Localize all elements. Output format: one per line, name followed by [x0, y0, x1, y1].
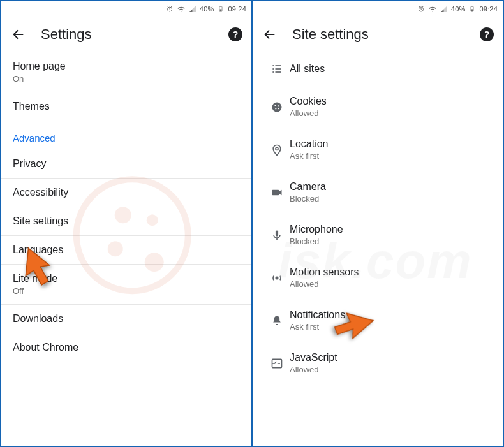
row-label: Camera [290, 181, 326, 193]
row-cookies[interactable]: CookiesAllowed [253, 85, 503, 128]
row-home-page[interactable]: Home page On [1, 52, 251, 92]
status-bar: 40% 09:24 [1, 1, 251, 17]
alarm-icon [417, 4, 426, 13]
svg-rect-11 [276, 68, 281, 70]
svg-rect-8 [272, 65, 274, 66]
row-label: Location [290, 138, 329, 150]
bell-icon [264, 314, 290, 327]
row-accessibility[interactable]: Accessibility [1, 179, 251, 207]
row-label: Site settings [13, 216, 240, 227]
cookie-icon [264, 101, 290, 114]
svg-point-19 [276, 147, 278, 150]
row-label: Privacy [13, 158, 240, 170]
row-downloads[interactable]: Downloads [1, 305, 251, 333]
back-button[interactable] [262, 26, 278, 43]
row-camera[interactable]: CameraBlocked [253, 171, 503, 214]
row-label: Microphone [290, 224, 343, 235]
svg-point-22 [276, 277, 278, 279]
row-about-chrome[interactable]: About Chrome [1, 333, 251, 362]
section-label: Advanced [13, 133, 240, 143]
row-sub: Allowed [290, 365, 337, 374]
app-bar: Settings ? [1, 17, 251, 52]
section-advanced: Advanced [1, 121, 251, 150]
app-bar: Site settings ? [253, 17, 503, 52]
svg-rect-2 [221, 6, 222, 6]
javascript-icon [264, 357, 290, 370]
svg-point-18 [278, 108, 279, 109]
svg-rect-10 [272, 68, 274, 70]
row-all-sites[interactable]: All sites [253, 52, 503, 85]
svg-point-17 [275, 108, 276, 109]
battery-icon [468, 4, 477, 13]
row-label: Languages [13, 244, 240, 256]
svg-point-15 [274, 105, 276, 106]
status-bar: 40% 09:24 [253, 1, 503, 17]
row-label: All sites [290, 63, 325, 75]
row-label: About Chrome [13, 342, 240, 353]
battery-icon [216, 4, 225, 13]
svg-rect-9 [276, 65, 281, 66]
battery-percent: 40% [451, 5, 466, 13]
row-sub: Ask first [290, 151, 329, 161]
back-button[interactable] [10, 26, 27, 43]
site-settings-screen: isk.com 40% 09:24 Site settings ? All si… [253, 1, 503, 446]
settings-screen: 40% 09:24 Settings ? Home page On Themes… [1, 1, 253, 446]
page-title: Settings [41, 26, 228, 43]
row-label: Downloads [13, 313, 240, 325]
row-label: Themes [13, 101, 240, 112]
mic-icon [264, 229, 290, 242]
row-motion-sensors[interactable]: Motion sensorsAllowed [253, 256, 503, 299]
location-icon [264, 143, 290, 156]
row-sub: Off [13, 286, 240, 296]
svg-rect-7 [471, 9, 473, 11]
row-languages[interactable]: Languages [1, 236, 251, 265]
svg-rect-6 [472, 6, 473, 6]
row-sub: Blocked [290, 194, 326, 203]
svg-rect-12 [272, 71, 274, 73]
svg-rect-13 [276, 71, 281, 73]
wifi-icon [428, 4, 437, 13]
help-button[interactable]: ? [480, 27, 494, 41]
page-title: Site settings [292, 26, 480, 43]
row-label: Home page [13, 61, 240, 72]
signal-icon [188, 4, 197, 13]
row-sub: On [13, 74, 240, 84]
row-label: Cookies [290, 96, 327, 107]
list-icon [264, 62, 290, 75]
row-label: JavaScript [290, 352, 337, 363]
row-javascript[interactable]: JavaScriptAllowed [253, 342, 503, 385]
svg-rect-20 [272, 189, 279, 194]
row-privacy[interactable]: Privacy [1, 150, 251, 179]
row-sub: Blocked [290, 237, 343, 246]
battery-percent: 40% [200, 5, 214, 13]
row-location[interactable]: LocationAsk first [253, 128, 503, 171]
svg-point-16 [278, 105, 279, 106]
help-button[interactable]: ? [228, 27, 242, 41]
svg-point-14 [272, 102, 282, 112]
row-sub: Allowed [290, 279, 359, 289]
row-label: Notifications [290, 309, 345, 321]
row-sub: Allowed [290, 108, 327, 118]
row-sub: Ask first [290, 322, 345, 332]
row-lite-mode[interactable]: Lite mode Off [1, 265, 251, 305]
clock: 09:24 [479, 5, 498, 13]
row-label: Lite mode [13, 273, 240, 284]
clock: 09:24 [228, 5, 246, 13]
row-label: Motion sensors [290, 267, 359, 278]
motion-icon [264, 272, 290, 284]
svg-rect-21 [276, 230, 278, 236]
row-notifications[interactable]: NotificationsAsk first [253, 299, 503, 342]
row-label: Accessibility [13, 187, 240, 198]
svg-rect-3 [220, 9, 222, 11]
camera-icon [264, 186, 290, 199]
alarm-icon [165, 4, 174, 13]
wifi-icon [177, 4, 186, 13]
row-themes[interactable]: Themes [1, 92, 251, 121]
row-microphone[interactable]: MicrophoneBlocked [253, 214, 503, 256]
signal-icon [440, 4, 448, 13]
row-site-settings[interactable]: Site settings [1, 207, 251, 236]
